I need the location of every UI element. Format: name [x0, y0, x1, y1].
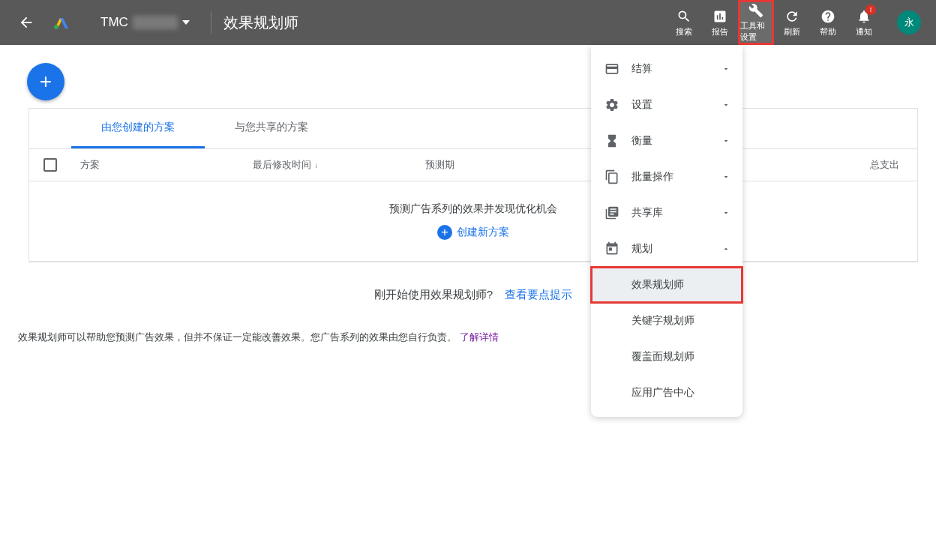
header-actions: 搜索 报告 工具和设置 刷新 帮助 ! 通知 永: [666, 0, 936, 45]
reports-button[interactable]: 报告: [702, 0, 738, 45]
chevron-down-icon: [722, 136, 730, 145]
label: 设置: [632, 98, 722, 112]
col-last-modified[interactable]: 最后修改时间 ↓: [244, 158, 416, 172]
label: 报告: [712, 26, 728, 37]
chevron-down-icon: [722, 100, 730, 109]
create-label: 创建新方案: [457, 226, 509, 239]
chevron-down-icon: [722, 64, 730, 73]
tab-shared-with-you[interactable]: 与您共享的方案: [205, 109, 338, 148]
ads-logo-icon: [52, 13, 70, 31]
svg-point-0: [54, 25, 58, 29]
label: 共享库: [632, 206, 722, 220]
label: 搜索: [676, 26, 692, 37]
panel-planning[interactable]: 规划: [591, 231, 742, 267]
select-all-checkbox[interactable]: [44, 158, 57, 172]
hourglass-icon: [603, 133, 621, 148]
chevron-down-icon: [722, 172, 730, 181]
divider: [211, 11, 212, 34]
panel-billing[interactable]: 结算: [591, 51, 742, 87]
search-button[interactable]: 搜索: [666, 0, 702, 45]
library-icon: [603, 205, 621, 220]
table-header-row: 方案 最后修改时间 ↓ 预测期 目标 总支出: [29, 148, 917, 181]
subitem-app-hub[interactable]: 应用广告中心: [591, 375, 742, 411]
page-title: 效果规划师: [224, 13, 298, 33]
account-selector[interactable]: TMC: [92, 15, 199, 30]
bar-chart-icon: [712, 8, 728, 25]
calendar-icon: [603, 241, 621, 256]
wrench-icon: [748, 2, 764, 19]
user-avatar[interactable]: 永: [897, 10, 921, 34]
panel-settings[interactable]: 设置: [591, 87, 742, 123]
disclaimer: 效果规划师可以帮助您预测广告效果，但并不保证一定能改善效果。您广告系列的效果由您…: [18, 329, 596, 346]
label: 通知: [856, 26, 872, 37]
col-plan[interactable]: 方案: [71, 158, 244, 172]
tools-dropdown-panel: 结算 设置 衡量 批量操作 共享库 规划 效果规划师 关键字规划师 覆盖面规划师…: [591, 45, 742, 417]
copy-icon: [603, 169, 621, 184]
empty-state: 预测广告系列的效果并发现优化机会 + 创建新方案: [29, 181, 917, 262]
chevron-down-icon: [182, 20, 190, 25]
label: 刷新: [784, 26, 800, 37]
chevron-up-icon: [722, 244, 730, 253]
tab-created-by-you[interactable]: 由您创建的方案: [71, 109, 205, 148]
subitem-performance-planner[interactable]: 效果规划师: [591, 267, 742, 303]
tabs: 由您创建的方案 与您共享的方案: [29, 109, 917, 148]
label: 帮助: [820, 26, 836, 37]
label: 批量操作: [632, 170, 722, 184]
col-total-spend[interactable]: 总支出: [861, 158, 917, 172]
refresh-icon: [784, 8, 800, 25]
app-header: TMC 效果规划师 搜索 报告 工具和设置 刷新 帮助 ! 通知: [0, 0, 936, 45]
search-icon: [676, 8, 692, 25]
logo: [52, 13, 92, 31]
col-forecast-period[interactable]: 预测期: [416, 158, 596, 172]
notification-badge: !: [866, 4, 876, 15]
learn-more-link[interactable]: 了解详情: [460, 331, 499, 343]
subitem-reach-planner[interactable]: 覆盖面规划师: [591, 339, 742, 375]
account-prefix: TMC: [100, 15, 128, 30]
plans-card: 由您创建的方案 与您共享的方案 方案 最后修改时间 ↓ 预测期 目标 总支出 预…: [28, 108, 918, 262]
back-button[interactable]: [0, 14, 52, 31]
create-plan-link[interactable]: + 创建新方案: [29, 225, 917, 240]
panel-measure[interactable]: 衡量: [591, 123, 742, 159]
refresh-button[interactable]: 刷新: [774, 0, 810, 45]
chevron-down-icon: [722, 208, 730, 217]
label: 衡量: [632, 134, 722, 148]
plus-circle-icon: +: [437, 225, 452, 240]
tips-link[interactable]: 查看要点提示: [505, 288, 572, 301]
main-content: 由您创建的方案 与您共享的方案 方案 最后修改时间 ↓ 预测期 目标 总支出 预…: [0, 45, 936, 364]
tools-button[interactable]: 工具和设置: [738, 0, 774, 45]
create-plan-fab[interactable]: +: [27, 63, 64, 100]
credit-card-icon: [603, 61, 621, 76]
col-label: 最后修改时间: [253, 158, 311, 172]
panel-shared-library[interactable]: 共享库: [591, 195, 742, 231]
question: 刚开始使用效果规划师?: [374, 288, 493, 301]
label: 工具和设置: [740, 20, 772, 43]
label: 规划: [632, 242, 722, 256]
account-name-blurred: [133, 16, 178, 29]
empty-message: 预测广告系列的效果并发现优化机会: [29, 202, 917, 216]
sort-desc-icon: ↓: [314, 161, 318, 169]
help-button[interactable]: 帮助: [810, 0, 846, 45]
label: 结算: [632, 62, 722, 76]
disclaimer-text: 效果规划师可以帮助您预测广告效果，但并不保证一定能改善效果。您广告系列的效果由您…: [18, 331, 457, 343]
gear-icon: [603, 97, 621, 112]
notifications-button[interactable]: ! 通知: [846, 0, 882, 45]
help-icon: [820, 8, 836, 25]
subitem-keyword-planner[interactable]: 关键字规划师: [591, 303, 742, 339]
getting-started: 刚开始使用效果规划师? 查看要点提示: [28, 288, 918, 302]
panel-bulk-actions[interactable]: 批量操作: [591, 159, 742, 195]
